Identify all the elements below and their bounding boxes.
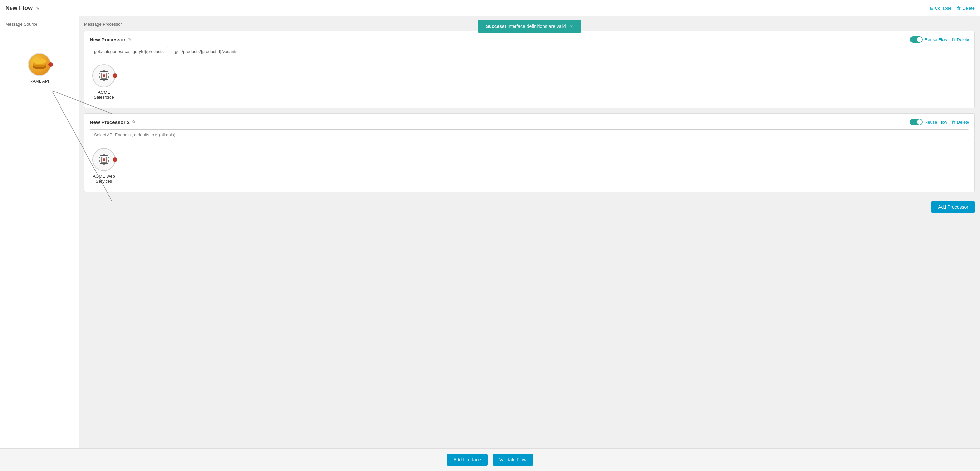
- raml-api-icon: [28, 53, 51, 76]
- reuse-flow-toggle-2[interactable]: [910, 119, 923, 125]
- processor-2-reuse-toggle[interactable]: Reuse Flow: [910, 119, 947, 125]
- processor-2-dot: [113, 157, 117, 162]
- reuse-flow-label-2: Reuse Flow: [925, 120, 947, 125]
- bottom-bar: Add Interface Validate Flow: [0, 448, 980, 471]
- processor-1-title-area: New Processor ✎: [90, 37, 132, 43]
- header-left: New Flow ✎: [5, 5, 40, 11]
- processor-1-node-area: ACME Salesforce: [90, 62, 969, 102]
- acme-webservices-icon: [92, 148, 115, 171]
- page-title: New Flow: [5, 5, 33, 11]
- processor-2-edit-icon[interactable]: ✎: [132, 120, 136, 125]
- chip-icon-1: [97, 69, 111, 83]
- raml-icon-svg: [32, 57, 47, 72]
- message-source-panel: Message Source RAML API: [0, 16, 79, 471]
- acme-webservices-node[interactable]: [92, 148, 115, 171]
- validate-flow-button[interactable]: Validate Flow: [493, 454, 533, 466]
- message-source-label: Message Source: [5, 22, 73, 27]
- processor-1-delete-button[interactable]: 🗑 Delete: [951, 37, 969, 42]
- processor-card-2: New Processor 2 ✎ Reuse Flow 🗑 Delete: [84, 113, 975, 192]
- svg-point-6: [103, 74, 105, 77]
- edit-title-icon[interactable]: ✎: [36, 6, 40, 11]
- trash-icon-1: 🗑: [951, 37, 955, 42]
- processor-1-title: New Processor: [90, 37, 125, 43]
- header: New Flow ✎ ⊟ Collapse 🗑 Delete: [0, 0, 980, 16]
- acme-salesforce-icon: [92, 64, 115, 87]
- message-processor-panel: Success! Interface definitions are valid…: [79, 16, 980, 471]
- endpoint-tag-2[interactable]: get:/products/{productId}/variants: [170, 47, 242, 56]
- endpoint-tag-1[interactable]: get:/categories/{categoryId}/products: [90, 47, 168, 56]
- delete-button[interactable]: 🗑 Delete: [957, 6, 975, 11]
- processor-2-title-area: New Processor 2 ✎: [90, 120, 136, 125]
- endpoint-input-2[interactable]: [90, 129, 969, 140]
- collapse-icon: ⊟: [930, 6, 934, 11]
- reuse-flow-toggle-1[interactable]: [910, 36, 923, 43]
- banner-close-button[interactable]: ×: [570, 24, 573, 29]
- acme-salesforce-label: ACME Salesforce: [94, 90, 114, 100]
- acme-webservices-label: ACME Web Services: [93, 174, 115, 184]
- main-layout: Message Source RAML API: [0, 16, 980, 471]
- raml-api-node[interactable]: [28, 53, 51, 76]
- processor-1-edit-icon[interactable]: ✎: [128, 37, 132, 42]
- collapse-button[interactable]: ⊟ Collapse: [930, 6, 952, 11]
- processor-1-endpoints: get:/categories/{categoryId}/products ge…: [90, 47, 969, 56]
- processor-1-actions: Reuse Flow 🗑 Delete: [910, 36, 969, 43]
- add-processor-row: Add Processor: [84, 197, 975, 214]
- add-interface-button[interactable]: Add Interface: [447, 454, 487, 466]
- raml-api-label: RAML API: [30, 79, 49, 84]
- chip-icon-2: [97, 152, 111, 167]
- processor-2-actions: Reuse Flow 🗑 Delete: [910, 119, 969, 125]
- reuse-flow-label-1: Reuse Flow: [925, 37, 947, 42]
- processor-card-1: New Processor ✎ Reuse Flow 🗑 Delete: [84, 30, 975, 108]
- success-text: Success! Interface definitions are valid: [486, 24, 566, 29]
- source-node: RAML API: [5, 53, 73, 84]
- processor-2-node: ACME Web Services: [92, 148, 115, 184]
- svg-point-3: [33, 59, 46, 64]
- processor-1-reuse-toggle[interactable]: Reuse Flow: [910, 36, 947, 43]
- processor-2-node-area: ACME Web Services: [90, 145, 969, 186]
- processor-1-node: ACME Salesforce: [92, 64, 115, 100]
- processor-2-title: New Processor 2: [90, 120, 129, 125]
- processor-1-dot: [113, 73, 117, 78]
- success-banner: Success! Interface definitions are valid…: [478, 20, 581, 33]
- svg-point-25: [103, 158, 105, 161]
- source-connection-dot: [48, 62, 53, 67]
- processor-1-header: New Processor ✎ Reuse Flow 🗑 Delete: [90, 36, 969, 43]
- trash-icon-2: 🗑: [951, 120, 955, 125]
- header-right: ⊟ Collapse 🗑 Delete: [930, 6, 975, 11]
- processor-2-delete-button[interactable]: 🗑 Delete: [951, 120, 969, 125]
- trash-icon: 🗑: [957, 6, 961, 11]
- acme-salesforce-node[interactable]: [92, 64, 115, 87]
- add-processor-button[interactable]: Add Processor: [931, 201, 975, 213]
- processor-2-header: New Processor 2 ✎ Reuse Flow 🗑 Delete: [90, 119, 969, 125]
